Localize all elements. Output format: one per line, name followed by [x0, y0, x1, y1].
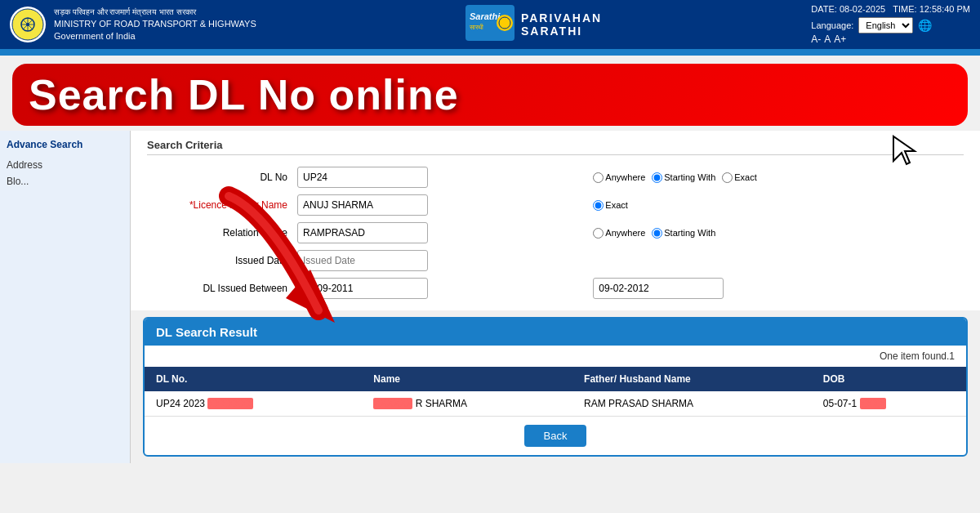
licence-holder-row: *Licence Holder Name Exact: [147, 191, 964, 219]
header: सड़क परिवहन और राजमार्ग मंत्रालय भारत सर…: [0, 0, 980, 49]
back-button[interactable]: Back: [524, 425, 587, 447]
anywhere2-radio-label[interactable]: Anywhere: [593, 228, 645, 239]
dl-no-visible: UP24 2023: [156, 398, 205, 409]
starting-with2-label: Starting With: [664, 228, 715, 238]
dl-no-input-cell: [294, 163, 586, 191]
result-table: DL No. Name Father/ Husband Name DOB UP2…: [145, 367, 966, 417]
date-value: 08-02-2025: [840, 4, 885, 14]
dob-blurred: XXXX: [860, 398, 886, 409]
exact-radio[interactable]: [722, 172, 733, 183]
sidebar: Advance Search Address Blo...: [0, 131, 131, 463]
exact2-radio[interactable]: [593, 200, 604, 211]
date-label: DATE:: [811, 4, 837, 14]
dl-issued-from-cell: [294, 274, 586, 302]
name-blurred: XXXXXX: [373, 398, 412, 409]
licence-radio-options: Exact: [593, 200, 957, 211]
anywhere-radio-label[interactable]: Anywhere: [593, 172, 645, 183]
search-form-table: DL No Anywhere: [147, 163, 964, 302]
issued-date-input[interactable]: [297, 250, 428, 271]
banner-text: Search DL No online: [29, 70, 459, 119]
anywhere2-radio[interactable]: [593, 228, 604, 239]
font-normal-button[interactable]: A: [824, 33, 831, 45]
starting-with-radio[interactable]: [652, 172, 662, 183]
exact2-radio-label[interactable]: Exact: [593, 200, 628, 211]
table-row[interactable]: UP24 2023 XXXXXXX XXXXXX R SHARMA RAM PR…: [145, 391, 966, 417]
dl-issued-to-cell: [586, 274, 964, 302]
dl-no-label: DL No: [147, 163, 294, 191]
govt-emblem: [10, 7, 46, 42]
dl-no-row: DL No Anywhere: [147, 163, 964, 191]
date-time: DATE: 08-02-2025 TIME: 12:58:40 PM: [811, 4, 970, 14]
font-small-button[interactable]: A-: [811, 33, 821, 45]
dl-issued-between-row: DL Issued Between: [147, 274, 964, 302]
relation-name-input-cell: [294, 219, 586, 247]
issued-date-row: Issued Date: [147, 247, 964, 274]
parivahan-sarathi-text: PARIVAHAN SARATHI: [521, 11, 602, 38]
language-row: Language: English Hindi 🌐: [811, 17, 970, 33]
starting-with2-radio[interactable]: [652, 228, 662, 239]
parivahan-label: PARIVAHAN: [521, 11, 602, 25]
relation-name-input[interactable]: [297, 222, 428, 243]
result-header-row: DL No. Name Father/ Husband Name DOB: [145, 367, 966, 391]
exact-radio-label[interactable]: Exact: [722, 172, 757, 183]
dob-prefix: 05-07-1: [823, 398, 857, 409]
page-layout: Advance Search Address Blo... Search Cri…: [0, 131, 980, 463]
dl-issued-between-label: DL Issued Between: [147, 274, 294, 302]
sarathi-logo-container: Sarathi सारथी: [466, 5, 514, 44]
back-btn-row: Back: [145, 417, 966, 455]
sidebar-item-address[interactable]: Address: [7, 157, 123, 173]
time-label: TIME:: [893, 4, 916, 14]
anywhere-label: Anywhere: [605, 172, 645, 182]
cell-name: XXXXXX R SHARMA: [362, 391, 572, 417]
result-count: One item found.1: [145, 346, 966, 367]
blue-strip: [0, 49, 980, 56]
content-area: Search Criteria DL No Anywhere: [131, 131, 980, 463]
col-name: Name: [362, 367, 572, 391]
header-left: सड़क परिवहन और राजमार्ग मंत्रालय भारत सर…: [10, 7, 256, 43]
font-large-button[interactable]: A+: [834, 33, 846, 45]
sidebar-item-block[interactable]: Blo...: [7, 173, 123, 190]
starting-with2-radio-label[interactable]: Starting With: [652, 228, 715, 239]
language-label: Language:: [811, 20, 853, 30]
starting-with-radio-label[interactable]: Starting With: [652, 172, 715, 183]
col-dob: DOB: [812, 367, 966, 391]
search-criteria-section: Search Criteria DL No Anywhere: [131, 131, 980, 310]
result-panel: DL Search Result One item found.1 DL No.…: [143, 317, 968, 457]
result-table-head: DL No. Name Father/ Husband Name DOB: [145, 367, 966, 391]
name-suffix: R SHARMA: [416, 398, 467, 409]
header-center: Sarathi सारथी PARIVAHAN SARATHI: [466, 5, 602, 44]
anywhere2-label: Anywhere: [605, 228, 645, 238]
exact-label: Exact: [734, 172, 757, 182]
dl-no-blurred: XXXXXXX: [207, 398, 253, 409]
issued-date-input-cell: [294, 247, 586, 274]
relation-name-label: Relation Name: [147, 219, 294, 247]
relation-name-row: Relation Name Anywhere: [147, 219, 964, 247]
result-header: DL Search Result: [145, 319, 966, 346]
dl-issued-to-input[interactable]: [593, 278, 724, 299]
dl-issued-from-input[interactable]: [297, 278, 428, 299]
anywhere-radio[interactable]: [593, 172, 604, 183]
translate-icon: 🌐: [918, 19, 932, 32]
page-wrapper: सड़क परिवहन और राजमार्ग मंत्रालय भारत सर…: [0, 0, 980, 513]
dl-no-radio-group: Anywhere Starting With Exact: [586, 163, 964, 191]
time-value: 12:58:40 PM: [920, 4, 970, 14]
result-table-body: UP24 2023 XXXXXXX XXXXXX R SHARMA RAM PR…: [145, 391, 966, 417]
red-banner: Search DL No online: [12, 64, 968, 126]
advance-search-section: Advance Search: [7, 139, 123, 150]
ministry-english: MINISTRY OF ROAD TRANSPORT & HIGHWAYS: [54, 18, 256, 30]
cell-dl-no: UP24 2023 XXXXXXX: [145, 391, 362, 417]
header-right: DATE: 08-02-2025 TIME: 12:58:40 PM Langu…: [811, 4, 970, 45]
dl-no-input[interactable]: [297, 167, 428, 188]
exact2-label: Exact: [605, 200, 628, 210]
font-size-controls: A- A A+: [811, 33, 970, 45]
licence-holder-input[interactable]: [297, 194, 428, 216]
govt-india: Government of India: [54, 30, 256, 42]
starting-with-label: Starting With: [664, 172, 715, 182]
svg-text:Sarathi: Sarathi: [470, 11, 501, 21]
licence-holder-input-cell: [294, 191, 586, 219]
cell-dob: 05-07-1 XXXX: [812, 391, 966, 417]
language-select[interactable]: English Hindi: [858, 17, 913, 33]
issued-date-label: Issued Date: [147, 247, 294, 274]
licence-holder-radio-cell: Exact: [586, 191, 964, 219]
licence-holder-label: *Licence Holder Name: [147, 191, 294, 219]
